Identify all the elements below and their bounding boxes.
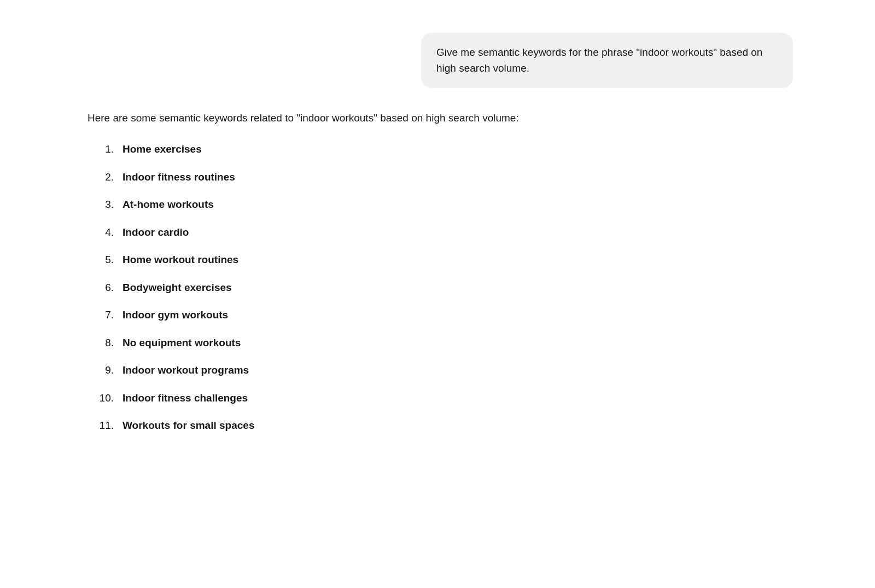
item-number: 3. <box>88 197 114 213</box>
list-item: 6.Bodyweight exercises <box>88 280 788 296</box>
user-message-bubble: Give me semantic keywords for the phrase… <box>421 33 793 88</box>
list-item: 3.At-home workouts <box>88 197 788 213</box>
list-item: 4.Indoor cardio <box>88 225 788 241</box>
keyword-list: 1.Home exercises2.Indoor fitness routine… <box>88 142 788 434</box>
list-item: 11.Workouts for small spaces <box>88 418 788 434</box>
list-item: 9.Indoor workout programs <box>88 363 788 379</box>
item-text: Indoor cardio <box>122 225 189 241</box>
user-message-text: Give me semantic keywords for the phrase… <box>436 46 762 74</box>
item-text: Workouts for small spaces <box>122 418 254 434</box>
item-text: Indoor gym workouts <box>122 307 228 323</box>
item-text: Indoor workout programs <box>122 363 249 379</box>
user-message-wrapper: Give me semantic keywords for the phrase… <box>82 33 793 88</box>
item-text: Home exercises <box>122 142 202 158</box>
item-number: 10. <box>88 391 114 406</box>
item-number: 9. <box>88 363 114 379</box>
item-text: Indoor fitness routines <box>122 170 235 185</box>
list-item: 10.Indoor fitness challenges <box>88 391 788 406</box>
list-item: 8.No equipment workouts <box>88 335 788 351</box>
item-text: Indoor fitness challenges <box>122 391 248 406</box>
item-text: Bodyweight exercises <box>122 280 232 296</box>
item-number: 8. <box>88 335 114 351</box>
response-intro: Here are some semantic keywords related … <box>88 110 788 126</box>
item-number: 2. <box>88 170 114 185</box>
list-item: 2.Indoor fitness routines <box>88 170 788 185</box>
item-number: 7. <box>88 307 114 323</box>
item-number: 5. <box>88 252 114 268</box>
chat-container: Give me semantic keywords for the phrase… <box>82 22 793 434</box>
assistant-response: Here are some semantic keywords related … <box>82 110 793 434</box>
item-text: No equipment workouts <box>122 335 241 351</box>
list-item: 1.Home exercises <box>88 142 788 158</box>
item-text: Home workout routines <box>122 252 238 268</box>
item-number: 6. <box>88 280 114 296</box>
item-text: At-home workouts <box>122 197 214 213</box>
list-item: 5.Home workout routines <box>88 252 788 268</box>
item-number: 11. <box>88 418 114 434</box>
list-item: 7.Indoor gym workouts <box>88 307 788 323</box>
item-number: 1. <box>88 142 114 158</box>
item-number: 4. <box>88 225 114 241</box>
